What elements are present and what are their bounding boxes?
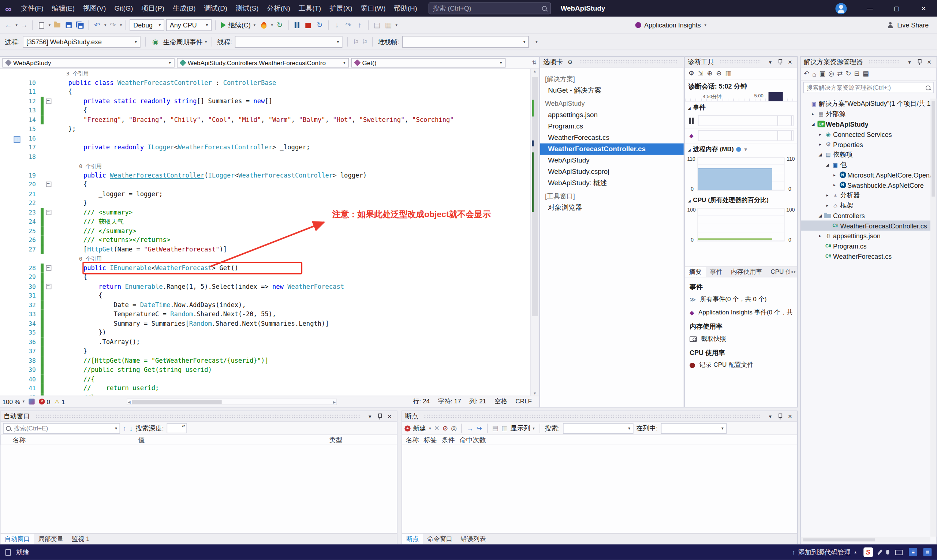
quick-search-box[interactable]: 搜索 (Ctrl+Q) [429,3,551,15]
autos-body[interactable] [1,445,397,533]
search-shallower-icon[interactable]: ↓ [129,425,132,432]
tab-错误列表[interactable]: 错误列表 [456,534,490,544]
all-events-link[interactable]: ≫ 所有事件(0 个，共 0 个) [689,293,792,306]
menu-item[interactable]: 视图(V) [79,0,110,17]
menu-item[interactable]: 项目(P) [137,0,168,17]
tree-item[interactable]: ◢C#WebApiStudy [801,119,931,129]
toggle-all-icon[interactable]: ◎ [451,424,457,432]
code-line[interactable]: 10 public class WeatherForecastControlle… [0,78,530,87]
microphone-icon[interactable] [886,550,889,554]
code-line[interactable]: 17 private readonly ILogger<WeatherForec… [0,143,530,152]
tree-item[interactable]: C#WeatherForecast.cs [801,251,931,262]
add-to-source-control-button[interactable]: ↑ 添加到源代码管理 ▲ [792,548,857,556]
code-line[interactable]: 0 个引用 [0,162,530,171]
document-tab-item[interactable]: Program.cs [540,121,684,132]
document-tab-item[interactable]: WebApiStudy.csproj [540,166,684,177]
chevron-right-icon[interactable]: ▸ [831,183,838,188]
memory-chart[interactable]: 110 0 110 0 [688,156,795,192]
gear-icon[interactable]: ⚙ [566,58,574,66]
live-share-button[interactable]: Live Share [887,22,929,29]
pin-icon[interactable] [777,412,783,420]
collapse-icon[interactable]: ◢ [688,198,691,202]
keyboard-icon[interactable] [895,549,903,555]
platform-dropdown[interactable]: Any CPU▾ [166,19,212,31]
code-line[interactable]: 3 个引用 [0,69,530,78]
document-tab-item[interactable]: WebApiStudy: 概述 [540,177,684,189]
code-line[interactable]: 16 [0,134,530,143]
ai-events-link[interactable]: ◆ Application Insights 事件(0 个，共 0 个) [689,306,792,319]
close-icon[interactable]: ✕ [385,412,394,420]
chevron-down-icon[interactable]: ◢ [817,213,823,218]
new-file-button[interactable] [37,19,46,31]
tree-item[interactable]: C#Program.cs [801,241,931,251]
code-line[interactable]: 26 /// <returns></returns> [0,235,530,245]
step-out-button[interactable]: ↑ [355,19,365,31]
column-indicator[interactable]: 列: 21 [469,397,486,406]
tab-监视 1[interactable]: 监视 1 [67,534,93,544]
chevron-down-icon[interactable]: ◢ [817,152,823,157]
document-tab-item[interactable]: 对象浏览器 [540,202,684,213]
autos-search-box[interactable]: 搜索(Ctrl+E) ▾ [3,423,120,433]
tree-item[interactable]: ◢Controllers [801,211,931,221]
chart-icon[interactable]: ▥ [725,69,731,77]
user-avatar[interactable] [835,3,846,14]
code-line[interactable]: 14 "Freezing", "Bracing", "Chilly", "Coo… [0,115,530,124]
code-line[interactable]: 27 [HttpGet(Name = "GetWeatherForecast")… [0,245,530,254]
menu-item[interactable]: 调试(D) [200,0,231,17]
chevron-right-icon[interactable]: ▸ [817,142,823,147]
toolbar2-overflow[interactable]: ▾ [535,40,537,44]
menu-item[interactable]: 帮助(H) [390,0,421,17]
collapse-box-icon[interactable]: − [46,284,51,289]
pin-icon[interactable] [917,58,922,66]
document-tab-item[interactable]: WeatherForecastController.cs [540,143,684,155]
go-to-source-icon[interactable]: → [467,425,474,432]
hot-reload-button[interactable] [259,19,269,31]
diag-timeline[interactable]: 4:50分钟 5:00 [685,92,797,102]
column-header[interactable]: 名称 [406,435,419,444]
column-header[interactable]: 标签 [424,435,437,444]
ime-icon[interactable]: S [863,548,872,557]
minimize-button[interactable]: — [857,0,883,17]
code-line[interactable]: 30− return Enumerable.Range(1, 5).Select… [0,282,530,291]
disable-all-icon[interactable]: ⊘ [443,424,448,432]
chevron-down-icon[interactable]: ▾ [766,58,774,66]
search-deeper-icon[interactable]: ↑ [123,425,126,432]
code-line[interactable]: 13 { [0,106,530,115]
breakpoints-titlebar[interactable]: 断点 ▾ ✕ [402,411,797,422]
flag-outline-icon[interactable]: ⚐ [362,38,368,46]
char-indicator[interactable]: 字符: 17 [438,397,461,406]
maximize-button[interactable]: ▢ [883,0,910,17]
tree-item[interactable]: ▸NSwashbuckle.AspNetCore [801,180,931,190]
close-icon[interactable]: ✕ [786,412,794,420]
scroll-left-icon[interactable]: ◀ [128,399,131,405]
export-icon[interactable]: ⇲ [698,69,703,77]
filter-icon[interactable]: ▼ [743,147,748,152]
type-dropdown[interactable]: WebApiStudy.Controllers.WeatherForecastC… [177,58,349,67]
breakpoints-body[interactable] [402,445,797,533]
column-header[interactable]: 名称 [12,435,138,444]
code-line[interactable]: 22 } [0,198,530,208]
document-tab-item[interactable]: WeatherForecast.cs [540,132,684,143]
vs-logo-icon[interactable]: ∞ [0,3,17,14]
switch-views-icon[interactable]: ▣ [819,70,825,78]
bp-search-box[interactable]: ▾ [563,423,633,433]
delete-breakpoint-icon[interactable]: ✕ [434,424,440,432]
chevron-down-icon[interactable]: ▾ [766,412,774,420]
menu-item[interactable]: 扩展(X) [325,0,357,17]
tabs-panel-titlebar[interactable]: 选项卡 ⚙ [540,57,684,67]
chevron-down-icon[interactable]: ▾ [366,412,374,420]
process-dropdown[interactable]: [35756] WebApiStudy.exe▾ [23,36,140,48]
chevron-right-icon[interactable]: ▸ [817,234,823,238]
memory-section-header[interactable]: ◢ 进程内存 (MB) ▼ [685,143,797,155]
code-line[interactable]: 19 public WeatherForecastController(ILog… [0,171,530,180]
code-line[interactable]: 39 //public string Get(string userid) [0,365,530,374]
code-line[interactable]: 34 Summary = Summaries[Random.Shared.Nex… [0,319,530,328]
code-line[interactable]: 42 //} [0,393,530,395]
project-dropdown[interactable]: WebApiStudy▾ [3,58,175,67]
line-indicator[interactable]: 行: 24 [413,397,430,406]
hscrollbar-thumb[interactable] [132,399,222,403]
stop-debugging-button[interactable] [303,19,313,31]
redo-dropdown[interactable]: ▾ [120,23,122,28]
lifecycle-events-button[interactable]: 生命周期事件▾ [163,37,207,46]
tree-item[interactable]: ▸⚙Properties [801,139,931,149]
